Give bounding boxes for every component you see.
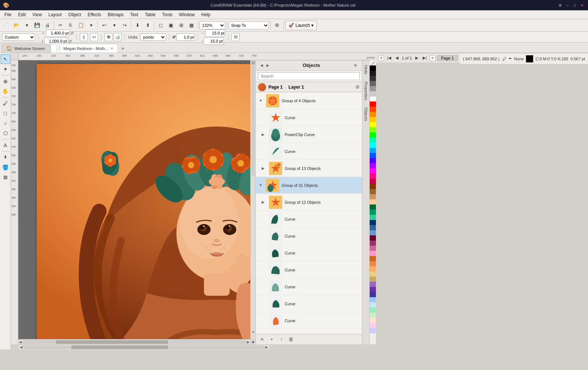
- color-swatch[interactable]: [370, 179, 376, 184]
- color-swatch[interactable]: [370, 153, 376, 158]
- color-swatch[interactable]: [370, 210, 376, 215]
- tab-welcome[interactable]: 🏠 Welcome Screen: [1, 44, 50, 53]
- snap-to-select[interactable]: Snap To: [229, 21, 269, 29]
- first-page-btn[interactable]: |◀: [386, 55, 392, 61]
- color-swatch[interactable]: [370, 256, 376, 261]
- panel-close-btn[interactable]: ✕: [352, 62, 359, 69]
- tool-text[interactable]: A: [1, 140, 10, 150]
- color-swatch[interactable]: [370, 71, 376, 76]
- v-scroll-thumb[interactable]: [251, 61, 255, 65]
- tool-select[interactable]: ↖: [1, 54, 10, 64]
- tool-rectangle[interactable]: □: [1, 108, 10, 118]
- color-swatch[interactable]: [370, 112, 376, 117]
- expand-icon[interactable]: ▼: [259, 99, 264, 103]
- color-swatch[interactable]: [370, 168, 376, 174]
- hints-tab[interactable]: Hints: [363, 62, 369, 78]
- color-swatch[interactable]: [370, 328, 376, 333]
- objects-add-layer-btn[interactable]: +: [268, 335, 276, 344]
- color-swatch[interactable]: [370, 194, 376, 199]
- color-swatch[interactable]: [370, 91, 376, 96]
- color-swatch[interactable]: [370, 313, 376, 318]
- page-border-btn[interactable]: ⊡: [232, 33, 240, 41]
- view-simple-btn[interactable]: ▣: [166, 21, 176, 30]
- panel-next-btn[interactable]: ▶: [265, 63, 271, 68]
- objects-layers-btn[interactable]: ≡: [258, 335, 266, 344]
- open-btn[interactable]: 📂: [12, 21, 21, 30]
- expand-icon[interactable]: ▶: [262, 166, 267, 170]
- color-swatch[interactable]: [370, 266, 376, 271]
- settings-icon[interactable]: ⚙: [557, 2, 563, 8]
- redo-btn[interactable]: ↪: [120, 21, 129, 30]
- expand-icon[interactable]: ▶: [262, 200, 267, 204]
- color-swatch[interactable]: [370, 174, 376, 179]
- page-width-input[interactable]: [46, 29, 70, 37]
- color-swatch[interactable]: [370, 282, 376, 287]
- color-swatch[interactable]: [370, 81, 376, 86]
- list-item[interactable]: ▼ Group of 31 Objects: [256, 177, 362, 194]
- color-swatch[interactable]: [370, 122, 376, 127]
- options-btn[interactable]: ⚙: [272, 21, 282, 30]
- preset-select[interactable]: Custom: [2, 33, 35, 41]
- tool-polygon[interactable]: ⬠: [1, 128, 10, 138]
- list-item[interactable]: Curve: [256, 278, 362, 295]
- tab-add-button[interactable]: +: [119, 45, 127, 53]
- color-swatch[interactable]: [370, 143, 376, 148]
- color-swatch[interactable]: [370, 307, 376, 313]
- color-swatch[interactable]: [370, 287, 376, 292]
- view-wireframe-btn[interactable]: ◻: [156, 21, 165, 30]
- color-swatch[interactable]: [370, 241, 376, 246]
- color-swatch[interactable]: [370, 246, 376, 251]
- color-swatch[interactable]: [370, 163, 376, 168]
- tool-fill[interactable]: 🪣: [1, 163, 10, 172]
- list-item[interactable]: Curve: [256, 295, 362, 312]
- color-swatch[interactable]: [370, 271, 376, 277]
- v-scroll-bottom[interactable]: ▼: [251, 330, 255, 334]
- menu-tools[interactable]: Tools: [159, 11, 175, 18]
- color-swatch[interactable]: [370, 138, 376, 143]
- properties-tab[interactable]: Properties: [363, 78, 369, 103]
- cut-btn[interactable]: ✂: [55, 21, 65, 30]
- color-swatch[interactable]: [370, 204, 376, 210]
- layer-settings-btn[interactable]: ⚙: [355, 84, 360, 90]
- tab-document[interactable]: 📄 Megan Redmon - Moth... ✕: [51, 44, 118, 53]
- list-item[interactable]: ▶ Group of 12 Objects: [256, 194, 362, 211]
- list-item[interactable]: ▶ PowerClip Curve: [256, 126, 362, 143]
- color-swatch[interactable]: [370, 323, 376, 328]
- color-swatch[interactable]: [370, 102, 376, 107]
- color-swatch[interactable]: [370, 117, 376, 122]
- list-item[interactable]: Curve: [256, 109, 362, 126]
- list-item[interactable]: Curve: [256, 228, 362, 245]
- new-btn[interactable]: 📄: [1, 21, 11, 30]
- color-swatch[interactable]: [370, 199, 376, 204]
- menu-table[interactable]: Table: [142, 11, 158, 18]
- dim-x-input[interactable]: [205, 29, 225, 37]
- menu-view[interactable]: View: [29, 11, 45, 18]
- objects-tab[interactable]: Objects: [363, 104, 369, 124]
- tool-interactive[interactable]: ⊠: [1, 172, 10, 182]
- tool-eyedropper[interactable]: 🖈: [1, 153, 10, 162]
- list-item[interactable]: ▶ Group of 13 Objects: [256, 160, 362, 177]
- bleed-btn[interactable]: 📊: [114, 33, 122, 41]
- canvas-container[interactable]: ▼ ◀ ▶ ⊕: [18, 60, 255, 344]
- color-swatch[interactable]: [370, 277, 376, 282]
- color-swatch[interactable]: [370, 107, 376, 112]
- list-item[interactable]: Curve: [256, 211, 362, 228]
- menu-bitmaps[interactable]: Bitmaps: [105, 11, 126, 18]
- h-scrollbar[interactable]: ◀ ▶: [18, 339, 250, 344]
- color-swatch[interactable]: [370, 158, 376, 163]
- print-btn[interactable]: 🖨: [43, 21, 52, 30]
- next-page-btn[interactable]: ▶: [413, 55, 420, 61]
- landscape-btn[interactable]: ▭: [90, 33, 98, 41]
- color-swatch[interactable]: [370, 132, 376, 138]
- objects-delete-btn[interactable]: 🗑: [287, 335, 295, 344]
- color-swatch[interactable]: [370, 235, 376, 241]
- open-dropdown[interactable]: ▾: [22, 21, 32, 30]
- tool-freehand[interactable]: 🖊: [1, 99, 10, 108]
- menu-object[interactable]: Object: [65, 11, 84, 18]
- add-page-end-btn[interactable]: +: [430, 55, 435, 61]
- color-swatch[interactable]: [370, 184, 376, 189]
- color-swatch[interactable]: [370, 127, 376, 132]
- list-item[interactable]: Curve: [256, 245, 362, 262]
- objects-move-up-btn[interactable]: ↑: [277, 335, 285, 344]
- color-swatch[interactable]: [370, 297, 376, 302]
